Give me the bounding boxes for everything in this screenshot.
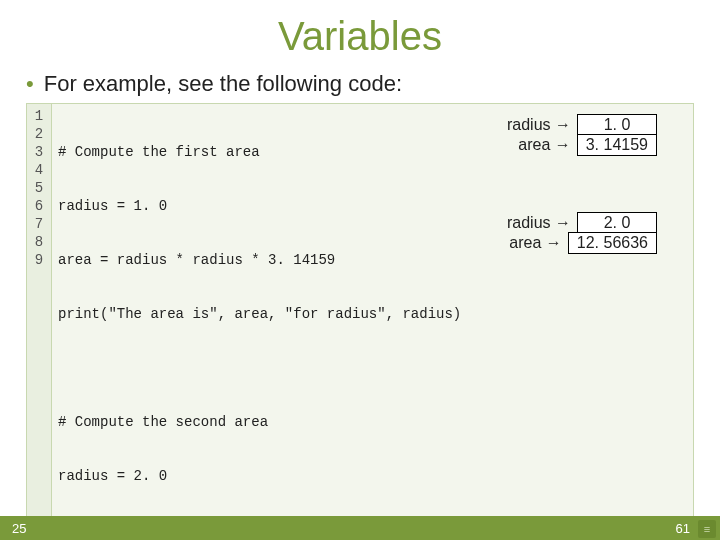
line-number: 1 xyxy=(27,107,51,125)
overlay-value: 2. 0 xyxy=(577,212,657,234)
code-line xyxy=(58,359,687,377)
line-number: 2 xyxy=(27,125,51,143)
slide-title: Variables xyxy=(0,0,720,59)
overlay-value: 1. 0 xyxy=(577,114,657,136)
value-overlay: radius → 1. 0 xyxy=(507,114,657,136)
code-line: radius = 2. 0 xyxy=(58,467,687,485)
overlay-label: area → xyxy=(518,136,570,154)
line-number: 6 xyxy=(27,197,51,215)
code-body: # Compute the first area radius = 1. 0 a… xyxy=(52,103,694,540)
overlay-value: 3. 14159 xyxy=(577,134,657,156)
intro-bullet: • For example, see the following code: xyxy=(26,71,694,97)
value-overlay: area → 3. 14159 xyxy=(518,134,657,156)
presenter-icon: ≡ xyxy=(698,520,716,538)
value-overlay: area → 12. 56636 xyxy=(509,232,657,254)
line-number-gutter: 1 2 3 4 5 6 7 8 9 xyxy=(26,103,52,540)
overlay-value: 12. 56636 xyxy=(568,232,657,254)
line-number: 5 xyxy=(27,179,51,197)
overlay-label: area → xyxy=(509,234,561,252)
intro-text: For example, see the following code: xyxy=(44,71,402,97)
value-overlay: radius → 2. 0 xyxy=(507,212,657,234)
slide-footer: 25 61 xyxy=(0,516,720,540)
bullet-icon: • xyxy=(26,73,34,95)
footer-left: 25 xyxy=(12,521,26,536)
code-block: 1 2 3 4 5 6 7 8 9 # Compute the first ar… xyxy=(26,103,694,540)
code-line: print("The area is", area, "for radius",… xyxy=(58,305,687,323)
overlay-label: radius → xyxy=(507,116,571,134)
line-number: 9 xyxy=(27,251,51,269)
line-number: 8 xyxy=(27,233,51,251)
line-number: 7 xyxy=(27,215,51,233)
footer-right: 61 xyxy=(676,521,690,536)
slide-body: • For example, see the following code: 1… xyxy=(0,59,720,540)
overlay-label: radius → xyxy=(507,214,571,232)
line-number: 4 xyxy=(27,161,51,179)
code-line: # Compute the second area xyxy=(58,413,687,431)
line-number: 3 xyxy=(27,143,51,161)
